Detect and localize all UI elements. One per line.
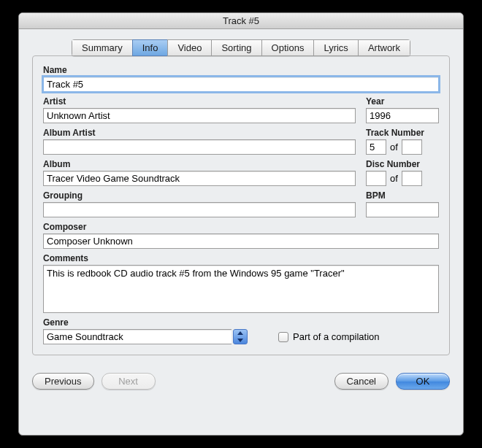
- tab-info[interactable]: Info: [132, 39, 168, 56]
- album-label: Album: [43, 159, 356, 169]
- disc-number-input[interactable]: [366, 171, 386, 186]
- window-title: Track #5: [19, 13, 463, 29]
- genre-combo: [43, 329, 248, 344]
- year-input[interactable]: [366, 108, 439, 123]
- bpm-input[interactable]: [366, 202, 439, 217]
- tab-lyrics[interactable]: Lyrics: [313, 39, 357, 56]
- tab-artwork[interactable]: Artwork: [358, 39, 410, 56]
- info-panel: Name Artist Year Album Artist: [32, 55, 450, 355]
- compilation-label: Part of a compilation: [293, 331, 380, 342]
- composer-input[interactable]: [43, 233, 439, 249]
- dialog-window: Track #5 Summary Info Video Sorting Opti…: [18, 12, 464, 436]
- tab-options[interactable]: Options: [261, 39, 314, 56]
- disc-total-input[interactable]: [402, 171, 422, 186]
- name-label: Name: [43, 65, 439, 75]
- genre-input[interactable]: [43, 329, 232, 344]
- tab-video[interactable]: Video: [167, 39, 211, 56]
- track-number-label: Track Number: [366, 128, 439, 138]
- disc-of-label: of: [390, 173, 398, 184]
- bpm-label: BPM: [366, 190, 439, 201]
- album-artist-label: Album Artist: [43, 128, 356, 138]
- tab-sorting[interactable]: Sorting: [211, 39, 261, 56]
- artist-label: Artist: [43, 96, 356, 107]
- track-number-input[interactable]: [366, 139, 386, 155]
- disc-number-label: Disc Number: [366, 159, 439, 169]
- chevron-down-icon: [234, 337, 247, 344]
- comments-input[interactable]: [43, 265, 439, 313]
- chevron-up-icon: [234, 330, 247, 337]
- grouping-input[interactable]: [43, 202, 356, 217]
- track-total-input[interactable]: [402, 139, 422, 155]
- ok-button[interactable]: OK: [396, 373, 450, 390]
- button-bar: Previous Next Cancel OK: [19, 363, 463, 390]
- tab-bar: Summary Info Video Sorting Options Lyric…: [32, 39, 450, 56]
- track-of-label: of: [390, 142, 398, 152]
- name-input[interactable]: [43, 77, 439, 92]
- composer-label: Composer: [43, 222, 439, 232]
- album-artist-input[interactable]: [43, 139, 356, 155]
- next-button: Next: [102, 373, 156, 390]
- previous-button[interactable]: Previous: [32, 373, 94, 390]
- compilation-checkbox[interactable]: [278, 332, 288, 342]
- tab-summary[interactable]: Summary: [72, 39, 132, 56]
- album-input[interactable]: [43, 171, 356, 186]
- tab-group: Summary Info Video Sorting Options Lyric…: [72, 39, 410, 56]
- grouping-label: Grouping: [43, 190, 356, 201]
- cancel-button[interactable]: Cancel: [334, 373, 389, 390]
- genre-dropdown-button[interactable]: [233, 329, 248, 344]
- year-label: Year: [366, 96, 439, 107]
- artist-input[interactable]: [43, 108, 356, 123]
- comments-label: Comments: [43, 253, 439, 263]
- genre-label: Genre: [43, 317, 248, 328]
- content-area: Summary Info Video Sorting Options Lyric…: [19, 29, 463, 363]
